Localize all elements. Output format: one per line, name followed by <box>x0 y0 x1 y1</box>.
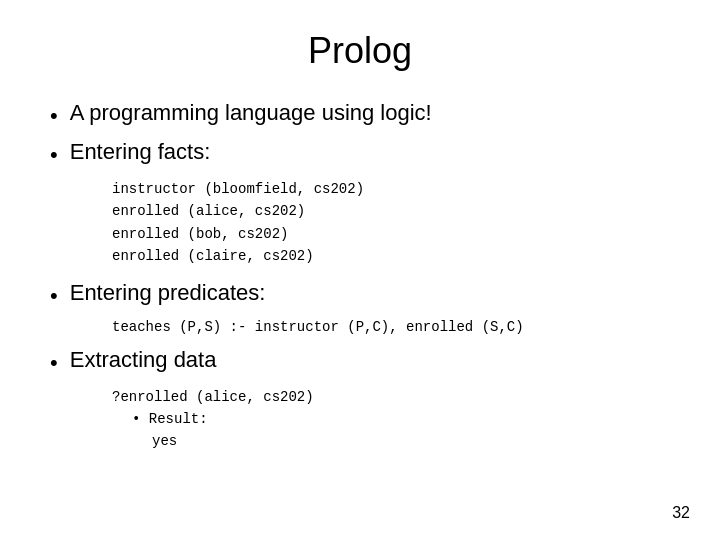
facts-code-line-4: enrolled (claire, cs202) <box>112 245 670 267</box>
result-bullet: • <box>132 411 149 427</box>
result-container: • Result: yes <box>132 408 670 453</box>
bullet-item-extracting: • Extracting data <box>50 347 670 376</box>
predicates-code-text: teaches (P,S) :- instructor (P,C), enrol… <box>112 319 524 335</box>
bullet-list: • A programming language using logic! • … <box>50 100 670 178</box>
facts-code-line-1: instructor (bloomfield, cs202) <box>112 178 670 200</box>
bullet-dot-2: • <box>50 142 58 168</box>
bullet-item-predicates: • Entering predicates: <box>50 280 670 309</box>
bullet-text-predicates: Entering predicates: <box>70 280 266 306</box>
result-label: Result: <box>149 411 208 427</box>
bullet-text-extracting: Extracting data <box>70 347 217 373</box>
bullet-text-1: A programming language using logic! <box>70 100 432 126</box>
bullet-list-predicates: • Entering predicates: <box>50 280 670 319</box>
facts-code-line-3: enrolled (bob, cs202) <box>112 223 670 245</box>
bullet-item-1: • A programming language using logic! <box>50 100 670 129</box>
extracting-code-line: ?enrolled (alice, cs202) <box>112 386 670 408</box>
facts-code-block: instructor (bloomfield, cs202) enrolled … <box>112 178 670 268</box>
bullet-dot-1: • <box>50 103 58 129</box>
slide: Prolog • A programming language using lo… <box>0 0 720 540</box>
page-number: 32 <box>672 504 690 522</box>
facts-code-line-2: enrolled (alice, cs202) <box>112 200 670 222</box>
extracting-code-block: ?enrolled (alice, cs202) • Result: yes <box>112 386 670 453</box>
slide-title: Prolog <box>50 30 670 72</box>
result-value: yes <box>152 433 177 449</box>
bullet-dot-extracting: • <box>50 350 58 376</box>
bullet-list-extracting: • Extracting data <box>50 347 670 386</box>
predicates-code-block: teaches (P,S) :- instructor (P,C), enrol… <box>112 319 670 335</box>
bullet-dot-predicates: • <box>50 283 58 309</box>
bullet-item-2: • Entering facts: <box>50 139 670 168</box>
bullet-text-2: Entering facts: <box>70 139 211 165</box>
